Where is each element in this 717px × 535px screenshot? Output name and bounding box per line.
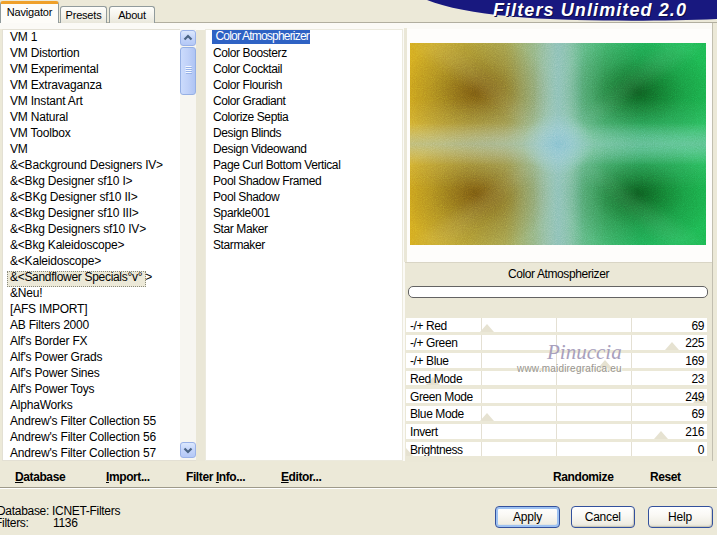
svg-text:Filters Unlimited 2.0: Filters Unlimited 2.0 (493, 0, 687, 20)
